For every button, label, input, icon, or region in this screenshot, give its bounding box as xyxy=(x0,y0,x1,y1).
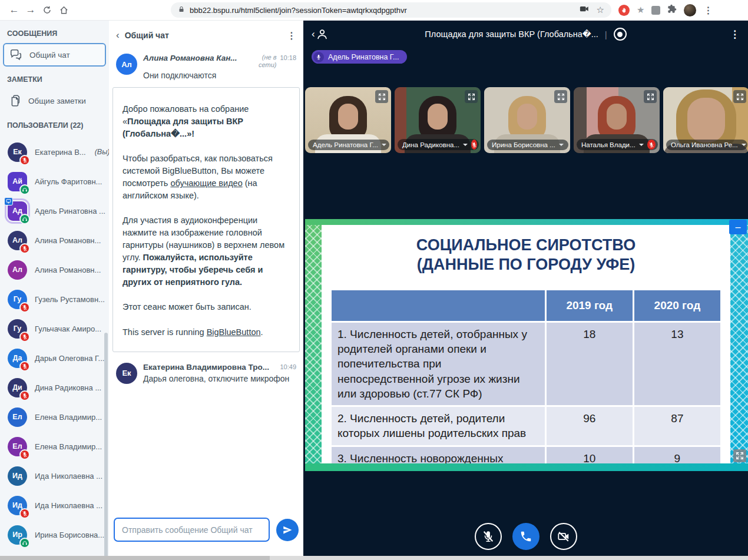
browser-home-button[interactable] xyxy=(55,2,72,18)
user-name: Ирина Борисовна... xyxy=(35,531,104,539)
user-list-item[interactable]: Ек Екатерина В... (Вы) xyxy=(0,137,109,167)
webcam-name-pill[interactable]: Адель Ринатовна Г... xyxy=(308,140,389,150)
user-list-item[interactable]: Ид Ида Николаевна ... xyxy=(0,461,109,491)
avatar: Ай xyxy=(8,172,27,191)
fullscreen-icon[interactable] xyxy=(644,90,657,103)
table-row: 3. Численность новорожденных детей, от к… xyxy=(331,446,721,463)
stage-options-menu-button[interactable]: ⋮ xyxy=(730,28,740,41)
chat-back-button[interactable]: ‹ xyxy=(116,29,120,41)
address-bar[interactable]: bbb22.bspu.ru/html5client/join?sessionTo… xyxy=(171,2,611,18)
webcam-tile[interactable]: Ирина Борисовна ... xyxy=(484,87,570,153)
avatar-initials: Ал xyxy=(12,236,22,244)
action-bar xyxy=(303,523,748,550)
avatar: Гу xyxy=(8,290,27,309)
scrollbar-thumb[interactable] xyxy=(0,556,270,560)
webcam-name-pill[interactable]: Ольга Ивановна Ре... xyxy=(666,140,747,150)
chevron-down-icon xyxy=(742,144,746,146)
webcam-user-name: Ирина Борисовна ... xyxy=(492,141,555,148)
minimize-presentation-button[interactable]: – xyxy=(729,220,747,234)
browser-reload-button[interactable] xyxy=(39,2,55,18)
value-2019: 96 xyxy=(545,406,633,446)
user-name: Екатерина В... xyxy=(35,148,86,157)
mic-muted-badge xyxy=(19,508,30,519)
user-list-scrollbar[interactable] xyxy=(104,333,108,556)
camera-in-use-icon[interactable] xyxy=(579,4,590,16)
toggle-userlist-button[interactable]: ‹ xyxy=(312,28,329,41)
browser-menu-button[interactable]: ⋮ xyxy=(703,5,713,16)
browser-toolbar: ← → bbb22.bspu.ru/html5client/join?sessi… xyxy=(0,0,748,21)
webcam-tile[interactable]: Наталья Влади... xyxy=(574,87,660,153)
fullscreen-icon[interactable] xyxy=(375,90,388,103)
user-list: Ек Екатерина В... (Вы) Ай Айгуль Фаритов… xyxy=(0,137,109,549)
title-divider: | xyxy=(605,29,607,39)
user-list-item[interactable]: Ал Алина Романовн... xyxy=(0,255,109,284)
slide-fullscreen-icon[interactable] xyxy=(733,449,746,462)
user-list-item[interactable]: Ид Ида Николаевна ... xyxy=(0,491,109,520)
value-2019: 10 xyxy=(545,446,633,463)
user-list-item[interactable]: Ел Елена Владимир... xyxy=(0,432,109,461)
chat-message-list[interactable]: Ал Алина Романовна Кан... (не в сети) 10… xyxy=(109,45,303,512)
mute-toggle-button[interactable] xyxy=(475,523,502,550)
webcam-name-pill[interactable]: Дина Радиковна... xyxy=(398,139,479,150)
fullscreen-icon[interactable] xyxy=(733,90,746,103)
leave-audio-button[interactable] xyxy=(512,523,540,550)
avatar: Ек xyxy=(8,143,27,162)
sidebar-item-public-chat[interactable]: Общий чат xyxy=(3,43,106,67)
user-list-item[interactable]: Да Дарья Олеговна Г... xyxy=(0,343,109,373)
fullscreen-icon[interactable] xyxy=(554,90,567,103)
extensions-puzzle-icon[interactable] xyxy=(667,4,677,16)
user-name: Дарья Олеговна Г... xyxy=(35,354,104,363)
webcam-tile[interactable]: Адель Ринатовна Г... xyxy=(305,87,391,153)
user-list-item[interactable]: Ай Айгуль Фаритовн... xyxy=(0,167,109,196)
value-2020: 9 xyxy=(633,446,721,463)
user-list-item[interactable]: Ди Дина Радиковна ... xyxy=(0,373,109,402)
bookmark-star-icon[interactable]: ☆ xyxy=(597,5,604,15)
user-name: Гульчачак Амиро... xyxy=(35,324,101,333)
chevron-down-icon xyxy=(559,144,564,146)
avatar-initials: Ел xyxy=(12,413,22,421)
user-list-item[interactable]: Гу Гульчачак Амиро... xyxy=(0,314,109,343)
browser-back-button[interactable]: ← xyxy=(6,2,22,18)
user-name: Ида Николаевна ... xyxy=(35,501,102,510)
navigation-sidebar: СООБЩЕНИЯ Общий чат ЗАМЕТКИ Общие заметк… xyxy=(0,21,109,556)
extension-square-icon[interactable] xyxy=(651,6,660,15)
webcam-tile[interactable]: Ольга Ивановна Ре... xyxy=(663,87,748,153)
adblock-extension-icon[interactable] xyxy=(618,5,630,16)
bigbluebutton-link[interactable]: BigBlueButton xyxy=(207,327,261,337)
webcam-tile[interactable]: Дина Радиковна... xyxy=(395,87,481,153)
slide-ornament-top xyxy=(305,219,748,225)
listening-badge xyxy=(19,184,30,195)
public-chat-label: Общий чат xyxy=(29,51,70,59)
users-section-header: ПОЛЬЗОВАТЕЛИ (22) xyxy=(0,112,109,135)
avatar-initials: Гу xyxy=(14,295,22,303)
send-message-button[interactable] xyxy=(276,519,299,541)
chevron-down-icon xyxy=(382,144,386,146)
horizontal-scrollbar[interactable] xyxy=(0,556,748,560)
tutorial-videos-link[interactable]: обучающие видео xyxy=(170,178,242,188)
user-list-item[interactable]: Ир Ирина Борисовна... xyxy=(0,520,109,549)
avatar: Ир xyxy=(8,525,27,545)
fullscreen-icon[interactable] xyxy=(465,90,478,103)
avatar-initials: Ди xyxy=(12,383,22,392)
webcam-name-pill[interactable]: Наталья Влади... xyxy=(577,139,658,150)
record-dot-icon xyxy=(617,32,623,37)
record-indicator[interactable] xyxy=(614,28,627,41)
chevron-down-icon xyxy=(639,144,644,146)
chat-options-menu-button[interactable]: ⋮ xyxy=(287,30,296,41)
user-list-item[interactable]: Ал Алина Романовн... xyxy=(0,226,109,255)
browser-forward-button[interactable]: → xyxy=(22,2,39,18)
talking-indicator[interactable]: Адель Ринатовна Г... xyxy=(312,50,407,64)
extension-star-icon[interactable]: ★ xyxy=(637,5,644,15)
webcam-user-name: Дина Радиковна... xyxy=(402,141,459,148)
user-list-item[interactable]: Гу Гузель Рустамовн... xyxy=(0,284,109,314)
browser-profile-avatar[interactable] xyxy=(684,4,696,16)
user-list-item[interactable]: Ад Адель Ринатовна ... xyxy=(0,196,109,226)
message-author: Екатерина Владимировна Тро... xyxy=(143,363,276,372)
chat-bubbles-icon xyxy=(9,48,22,61)
avatar-initials: Ир xyxy=(12,531,22,539)
user-list-item[interactable]: Ел Елена Владимир... xyxy=(0,402,109,432)
sidebar-item-shared-notes[interactable]: Общие заметки xyxy=(3,89,106,112)
chat-message-input[interactable] xyxy=(114,518,270,542)
webcam-name-pill[interactable]: Ирина Борисовна ... xyxy=(487,140,568,150)
webcam-toggle-button[interactable] xyxy=(550,523,577,550)
